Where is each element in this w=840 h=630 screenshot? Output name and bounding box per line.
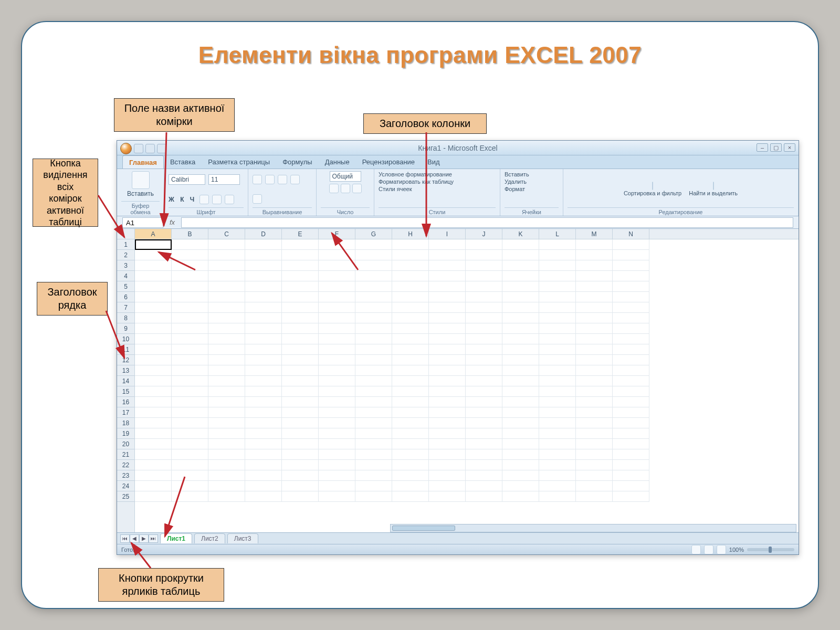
cell[interactable]: [355, 323, 392, 334]
cell[interactable]: [576, 239, 613, 250]
cell[interactable]: [282, 344, 319, 355]
cell[interactable]: [502, 313, 539, 323]
cell[interactable]: [392, 323, 429, 334]
row-header-19[interactable]: 19: [117, 428, 134, 439]
cell[interactable]: [355, 397, 392, 407]
cell[interactable]: [245, 439, 282, 449]
row-header-1[interactable]: 1: [117, 239, 134, 250]
cell[interactable]: [282, 386, 319, 397]
cell[interactable]: [466, 481, 502, 491]
cell[interactable]: [172, 470, 208, 481]
cell[interactable]: [319, 418, 355, 428]
cell[interactable]: [319, 302, 355, 313]
align-left-icon[interactable]: [253, 175, 262, 184]
font-size-select[interactable]: 11: [208, 174, 240, 185]
cell[interactable]: [319, 323, 355, 334]
cell[interactable]: [208, 323, 245, 334]
cell[interactable]: [539, 355, 576, 365]
tab-insert[interactable]: Вставка: [164, 155, 202, 169]
cell[interactable]: [282, 491, 319, 502]
cell[interactable]: [613, 418, 649, 428]
cell[interactable]: [576, 365, 613, 376]
cell[interactable]: [319, 334, 355, 344]
cell[interactable]: [613, 470, 649, 481]
cell[interactable]: [539, 407, 576, 418]
cell[interactable]: [319, 481, 355, 491]
cell[interactable]: [245, 470, 282, 481]
align-center-icon[interactable]: [265, 175, 275, 184]
cell[interactable]: [429, 470, 466, 481]
cell[interactable]: [245, 323, 282, 334]
cell[interactable]: [539, 460, 576, 470]
column-header-F[interactable]: F: [319, 229, 355, 239]
cell[interactable]: [319, 271, 355, 281]
cell[interactable]: [429, 313, 466, 323]
cell[interactable]: [282, 323, 319, 334]
cell[interactable]: [208, 292, 245, 302]
cell[interactable]: [319, 292, 355, 302]
row-header-9[interactable]: 9: [117, 323, 134, 334]
tab-review[interactable]: Рецензирование: [356, 155, 421, 169]
cell[interactable]: [392, 250, 429, 260]
row-header-24[interactable]: 24: [117, 481, 134, 491]
column-header-L[interactable]: L: [539, 229, 576, 239]
cell[interactable]: [135, 323, 172, 334]
cell[interactable]: [245, 397, 282, 407]
cell[interactable]: [392, 271, 429, 281]
cell[interactable]: [282, 481, 319, 491]
cell[interactable]: [172, 428, 208, 439]
formula-input[interactable]: [181, 217, 793, 228]
cell[interactable]: [613, 281, 649, 292]
column-header-N[interactable]: N: [613, 229, 649, 239]
cell[interactable]: [172, 397, 208, 407]
cell[interactable]: [245, 292, 282, 302]
cell[interactable]: [355, 250, 392, 260]
cell[interactable]: [613, 428, 649, 439]
cell[interactable]: [502, 397, 539, 407]
cell[interactable]: [355, 281, 392, 292]
tab-data[interactable]: Данные: [319, 155, 356, 169]
cell[interactable]: [355, 302, 392, 313]
cell[interactable]: [355, 239, 392, 250]
styles-cell-styles[interactable]: Стили ячеек: [379, 186, 412, 192]
cell[interactable]: [539, 239, 576, 250]
cell[interactable]: [282, 250, 319, 260]
cell[interactable]: [319, 386, 355, 397]
cell[interactable]: [392, 334, 429, 344]
cell[interactable]: [429, 323, 466, 334]
cell[interactable]: [172, 271, 208, 281]
column-header-H[interactable]: H: [392, 229, 429, 239]
row-header-12[interactable]: 12: [117, 355, 134, 365]
cell[interactable]: [429, 302, 466, 313]
cell[interactable]: [355, 428, 392, 439]
cell[interactable]: [245, 481, 282, 491]
cell[interactable]: [319, 428, 355, 439]
cell[interactable]: [539, 334, 576, 344]
cell[interactable]: [392, 439, 429, 449]
cell[interactable]: [392, 239, 429, 250]
cell[interactable]: [208, 386, 245, 397]
cell[interactable]: [172, 281, 208, 292]
cell[interactable]: [282, 397, 319, 407]
cell[interactable]: [392, 386, 429, 397]
cell[interactable]: [208, 260, 245, 271]
row-header-4[interactable]: 4: [117, 271, 134, 281]
merge-icon[interactable]: [253, 194, 262, 204]
cell[interactable]: [576, 302, 613, 313]
row-header-15[interactable]: 15: [117, 386, 134, 397]
row-header-8[interactable]: 8: [117, 313, 134, 323]
cell[interactable]: [539, 302, 576, 313]
cell[interactable]: [613, 376, 649, 386]
border-icon[interactable]: [200, 195, 209, 204]
cell[interactable]: [502, 239, 539, 250]
cell[interactable]: [355, 313, 392, 323]
cell[interactable]: [466, 386, 502, 397]
cell[interactable]: [429, 386, 466, 397]
cell[interactable]: [355, 407, 392, 418]
cell[interactable]: [355, 418, 392, 428]
cell[interactable]: [576, 344, 613, 355]
cell[interactable]: [135, 386, 172, 397]
cell[interactable]: [466, 439, 502, 449]
cell[interactable]: [355, 260, 392, 271]
cell[interactable]: [576, 470, 613, 481]
